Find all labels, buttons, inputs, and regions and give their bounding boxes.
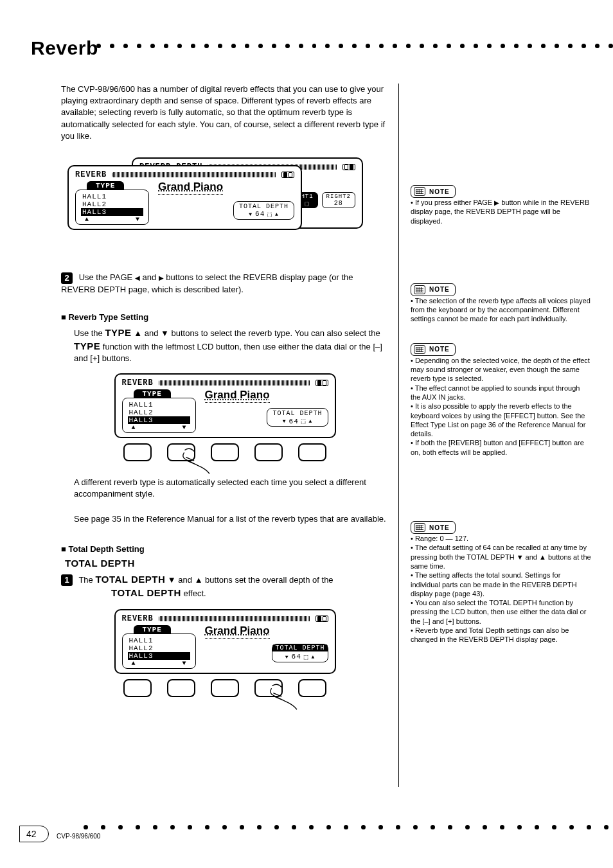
type-selector-3: TYPE HALL1 HALL2 HALL3 ▲▼ (122, 624, 196, 669)
lcd2-title: REVERB (122, 378, 154, 387)
physical-button (123, 679, 152, 697)
physical-button-pressed (167, 443, 195, 461)
total-depth-line2: TOTAL DEPTH effect. (111, 586, 389, 599)
right-triangle-icon (159, 272, 164, 282)
lcd3-total-depth-selected: TOTAL DEPTH ▼64 ⬚ ▲ (272, 644, 328, 662)
physical-button (211, 679, 239, 697)
down-triangle-icon: ▼ (249, 211, 253, 217)
note-badge: NOTE (411, 185, 456, 198)
part-tab-right2: RIGHT228 (322, 192, 355, 208)
physical-button (123, 443, 152, 461)
note-3: NOTE • Depending on the selected voice, … (411, 343, 591, 457)
page-indicator-1 (281, 172, 294, 178)
lcd-title-front: REVERB (75, 170, 107, 179)
type-option-hall2: HALL2 (81, 200, 143, 208)
step-number-1: 1 (61, 574, 73, 586)
decorative-dots-bottom (84, 825, 613, 829)
lcd2-total-depth: TOTAL DEPTH ▼64 ⬚ ▲ (267, 408, 328, 427)
type-selector: TYPE HALL1 HALL2 HALL3 ▲▼ (75, 181, 149, 225)
physical-button (167, 679, 195, 697)
section-total-depth-title: ■ Total Depth Setting (61, 544, 389, 554)
lcd-total-depth: REVERB TYPE HALL1 HALL2 HALL3 ▲▼ Grand P… (114, 609, 336, 674)
lcd3-title: REVERB (122, 614, 154, 623)
decorative-dots-top (96, 44, 613, 57)
page-number: 42 (19, 826, 49, 842)
keyboard-grid-icon (414, 187, 425, 196)
note-2: NOTE • The selection of the reverb type … (411, 283, 591, 324)
hand-pointer-icon (269, 682, 304, 713)
total-depth-subhead: TOTAL DEPTH (65, 558, 389, 569)
lcd-reverb-type: REVERB TYPE HALL1 HALL2 HALL3 ▲▼ Grand P… (114, 373, 336, 438)
see-reference-text: See page 35 in the Reference Manual for … (74, 513, 389, 525)
step-number-2: 2 (61, 272, 73, 284)
down-arrow-icon: ▼ (136, 216, 139, 223)
note-4: NOTE • Range: 0 — 127. • The default set… (411, 521, 591, 644)
physical-button (298, 443, 326, 461)
auto-select-text: A different reverb type is automatically… (74, 477, 389, 500)
lcd-voice-name: Grand Piano (158, 181, 223, 195)
section-reverb-type-title: ■ Reverb Type Setting (61, 312, 389, 322)
page-indicator-1c (315, 616, 328, 622)
lcd2-voice: Grand Piano (205, 389, 270, 403)
type-option-hall1: HALL1 (81, 193, 143, 200)
type-selector-2: TYPE HALL1 HALL2 HALL3 ▲▼ (122, 389, 196, 433)
total-depth-box: TOTAL DEPTH ▼64 ⬚ ▲ (233, 201, 294, 220)
page-title: Reverb (31, 37, 98, 59)
left-triangle-icon (135, 272, 140, 282)
physical-button-pressed (254, 679, 283, 697)
up-triangle-icon: ▲ (275, 211, 279, 217)
note-1: NOTE • If you press either PAGE button w… (411, 185, 591, 226)
hand-pointer-icon (181, 446, 217, 477)
page-indicator-2 (342, 164, 355, 170)
lcd3-voice: Grand Piano (205, 624, 270, 639)
up-arrow-icon: ▲ (85, 216, 89, 223)
footer-reference: CVP-98/96/600 (57, 833, 100, 840)
physical-button (254, 443, 283, 461)
physical-buttons-row-2 (114, 679, 336, 697)
type-option-hall3-selected: HALL3 (81, 208, 143, 216)
intro-paragraph: The CVP-98/96/600 has a number of digita… (61, 84, 389, 142)
physical-buttons-row-1 (114, 443, 336, 461)
type-paragraph: Use the TYPE ▲ and ▼ buttons to select t… (74, 326, 389, 365)
step-2: 2 Use the PAGE and buttons to select the… (61, 272, 389, 296)
total-depth-step: 1 The TOTAL DEPTH ▼ and ▲ buttons set th… (61, 572, 389, 587)
lcd-reverb-front: REVERB TYPE HALL1 HALL2 HALL3 ▲▼ Grand (67, 165, 302, 230)
page-indicator-1b (315, 380, 328, 386)
